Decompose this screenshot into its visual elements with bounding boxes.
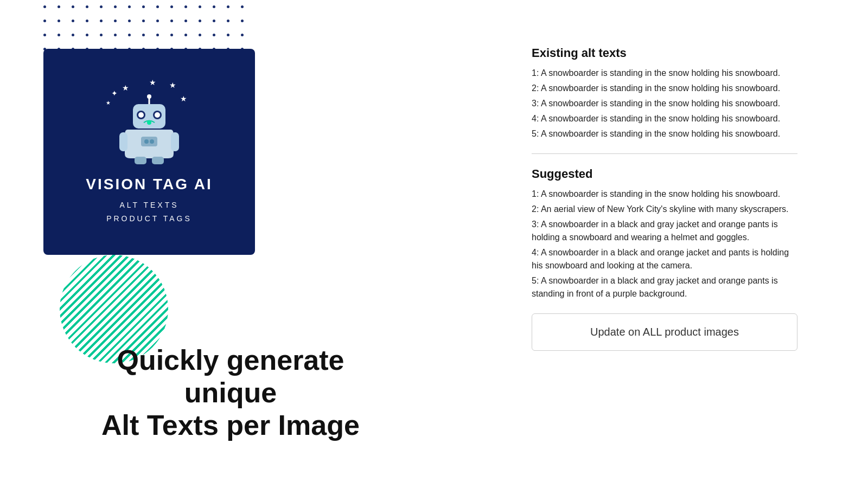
dot	[86, 34, 88, 36]
existing-alt-texts-heading: Existing alt texts	[532, 46, 797, 60]
dot	[128, 5, 131, 8]
dot	[100, 5, 103, 8]
dot	[72, 20, 74, 22]
section-divider	[532, 153, 797, 154]
dot	[43, 20, 46, 22]
left-panel: ★ ★ ★ ★ ✦ ★	[43, 49, 326, 255]
dot	[241, 5, 244, 8]
star-decoration: ★	[169, 81, 176, 89]
svg-rect-11	[152, 157, 164, 164]
dot	[128, 20, 131, 22]
dot	[142, 34, 145, 36]
dot	[170, 34, 173, 36]
existing-item-1: 1: A snowboarder is standing in the snow…	[532, 67, 797, 80]
dot	[156, 20, 159, 22]
logo-card: ★ ★ ★ ★ ✦ ★	[43, 49, 255, 255]
dot	[199, 20, 201, 22]
dot	[58, 5, 60, 8]
right-panel: Existing alt texts 1: A snowboarder is s…	[532, 46, 797, 351]
update-all-button[interactable]: Update on ALL product images	[532, 313, 797, 351]
tagline-line1: Quickly generate unique	[117, 344, 344, 408]
logo-subtitle-line1: ALT TEXTS	[119, 201, 178, 209]
dot	[227, 20, 229, 22]
existing-item-3: 3: A snowboarder is standing in the snow…	[532, 97, 797, 110]
dot	[114, 5, 117, 8]
dot	[142, 20, 145, 22]
suggested-alt-texts-list: 1: A snowboarder is standing in the snow…	[532, 188, 797, 300]
dot	[241, 34, 244, 36]
dot	[72, 5, 74, 8]
dot	[86, 20, 88, 22]
dot	[184, 5, 187, 8]
star-decoration: ★	[149, 78, 156, 87]
dot	[213, 34, 215, 36]
svg-point-1	[147, 94, 151, 99]
dot	[170, 5, 173, 8]
suggested-item-3: 3: A snowboarder in a black and gray jac…	[532, 218, 797, 244]
svg-rect-9	[171, 132, 179, 151]
svg-point-14	[150, 139, 154, 144]
suggested-item-4: 4: A snowboarder in a black and orange j…	[532, 246, 797, 272]
dot	[100, 20, 103, 22]
dot	[213, 5, 215, 8]
existing-item-2: 2: A snowboarder is standing in the snow…	[532, 82, 797, 95]
robot-illustration: ★ ★ ★ ★ ✦ ★	[106, 78, 193, 165]
svg-point-5	[138, 112, 144, 118]
dot	[100, 34, 103, 36]
dot	[58, 20, 60, 22]
logo-subtitle: ALT TEXTS PRODUCT TAGS	[106, 198, 192, 226]
dot	[72, 34, 74, 36]
star-decoration: ★	[106, 100, 111, 106]
svg-rect-10	[135, 157, 146, 164]
dot	[227, 34, 229, 36]
suggested-item-2: 2: An aerial view of New York City's sky…	[532, 203, 797, 216]
dot	[213, 20, 215, 22]
dot	[170, 20, 173, 22]
dot	[86, 5, 88, 8]
suggested-item-1: 1: A snowboarder is standing in the snow…	[532, 188, 797, 201]
existing-alt-texts-list: 1: A snowboarder is standing in the snow…	[532, 67, 797, 140]
dot	[114, 34, 117, 36]
dot	[184, 34, 187, 36]
svg-point-7	[147, 120, 151, 125]
tagline: Quickly generate unique Alt Texts per Im…	[76, 344, 385, 441]
dot	[199, 34, 201, 36]
svg-rect-12	[141, 137, 157, 146]
star-decoration: ★	[122, 84, 129, 92]
logo-title: VISION TAG AI	[86, 176, 212, 193]
robot-svg	[117, 94, 182, 165]
dot	[58, 34, 60, 36]
dot	[43, 34, 46, 36]
existing-item-5: 5: A snowboarder is standing in the snow…	[532, 127, 797, 140]
suggested-item-5: 5: A snowboarder in a black and gray jac…	[532, 274, 797, 300]
dot	[128, 34, 131, 36]
dot	[43, 5, 46, 8]
dot	[114, 20, 117, 22]
dot	[227, 5, 229, 8]
dot	[184, 20, 187, 22]
suggested-heading: Suggested	[532, 167, 797, 181]
logo-subtitle-line2: PRODUCT TAGS	[106, 214, 192, 223]
dot	[241, 20, 244, 22]
svg-point-13	[144, 139, 149, 144]
dot	[199, 5, 201, 8]
svg-point-6	[155, 112, 160, 118]
svg-rect-8	[119, 132, 127, 151]
dot	[156, 5, 159, 8]
dot	[156, 34, 159, 36]
existing-item-4: 4: A snowboarder is standing in the snow…	[532, 112, 797, 125]
tagline-line2: Alt Texts per Image	[101, 409, 360, 441]
dot	[142, 5, 145, 8]
